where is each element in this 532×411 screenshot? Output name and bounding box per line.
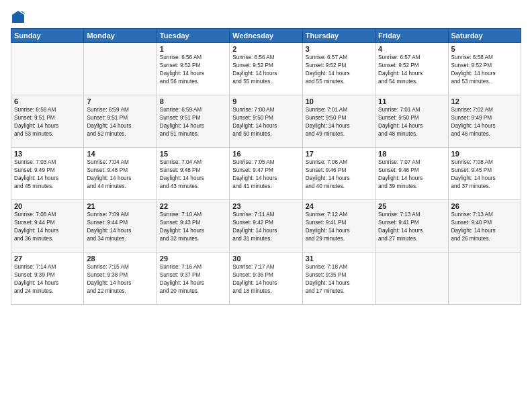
day-number: 22 (160, 202, 226, 210)
day-info: Sunrise: 7:03 AM Sunset: 9:49 PM Dayligh… (14, 158, 81, 191)
calendar-cell: 21Sunrise: 7:09 AM Sunset: 9:44 PM Dayli… (84, 200, 157, 253)
day-number: 26 (451, 202, 518, 210)
weekday-header-row: SundayMondayTuesdayWednesdayThursdayFrid… (11, 29, 521, 43)
day-number: 2 (232, 45, 299, 53)
day-info: Sunrise: 7:11 AM Sunset: 9:42 PM Dayligh… (232, 211, 299, 243)
day-info: Sunrise: 7:15 AM Sunset: 9:38 PM Dayligh… (87, 263, 153, 295)
logo (11, 8, 27, 24)
day-number: 14 (87, 150, 153, 158)
calendar-cell: 12Sunrise: 7:02 AM Sunset: 9:49 PM Dayli… (448, 95, 521, 148)
calendar-cell: 27Sunrise: 7:14 AM Sunset: 9:39 PM Dayli… (11, 253, 84, 305)
day-info: Sunrise: 7:09 AM Sunset: 9:44 PM Dayligh… (87, 211, 153, 243)
day-info: Sunrise: 6:57 AM Sunset: 9:52 PM Dayligh… (378, 54, 445, 86)
calendar-cell: 6Sunrise: 6:58 AM Sunset: 9:51 PM Daylig… (11, 95, 84, 148)
day-number: 28 (87, 255, 153, 263)
calendar-cell: 26Sunrise: 7:13 AM Sunset: 9:40 PM Dayli… (448, 200, 521, 253)
calendar-cell: 29Sunrise: 7:16 AM Sunset: 9:37 PM Dayli… (157, 253, 229, 305)
day-number: 8 (160, 97, 226, 105)
day-number: 5 (451, 45, 518, 53)
calendar-cell: 31Sunrise: 7:18 AM Sunset: 9:35 PM Dayli… (302, 253, 375, 305)
day-number: 7 (87, 97, 153, 105)
day-number: 6 (14, 97, 81, 105)
calendar-cell: 16Sunrise: 7:05 AM Sunset: 9:47 PM Dayli… (230, 148, 302, 200)
calendar-cell: 30Sunrise: 7:17 AM Sunset: 9:36 PM Dayli… (230, 253, 302, 305)
day-number: 25 (378, 202, 445, 210)
day-info: Sunrise: 6:56 AM Sunset: 9:52 PM Dayligh… (160, 54, 226, 86)
weekday-header-sunday: Sunday (11, 29, 84, 43)
calendar-week-row: 6Sunrise: 6:58 AM Sunset: 9:51 PM Daylig… (11, 95, 521, 148)
day-number: 24 (306, 202, 372, 210)
day-info: Sunrise: 6:57 AM Sunset: 9:52 PM Dayligh… (306, 54, 372, 86)
day-info: Sunrise: 7:02 AM Sunset: 9:49 PM Dayligh… (451, 106, 518, 138)
day-info: Sunrise: 7:08 AM Sunset: 9:45 PM Dayligh… (451, 158, 518, 191)
calendar-cell (84, 43, 157, 95)
day-info: Sunrise: 7:14 AM Sunset: 9:39 PM Dayligh… (14, 263, 81, 295)
calendar-cell (11, 43, 84, 95)
day-info: Sunrise: 7:04 AM Sunset: 9:48 PM Dayligh… (160, 158, 226, 191)
day-number: 19 (451, 150, 518, 158)
calendar-cell: 23Sunrise: 7:11 AM Sunset: 9:42 PM Dayli… (230, 200, 302, 253)
calendar-cell: 15Sunrise: 7:04 AM Sunset: 9:48 PM Dayli… (157, 148, 229, 200)
day-info: Sunrise: 6:59 AM Sunset: 9:51 PM Dayligh… (160, 106, 226, 138)
day-number: 23 (232, 202, 299, 210)
day-info: Sunrise: 7:05 AM Sunset: 9:47 PM Dayligh… (232, 158, 299, 191)
calendar-week-row: 1Sunrise: 6:56 AM Sunset: 9:52 PM Daylig… (11, 43, 521, 95)
day-number: 30 (232, 255, 299, 263)
calendar-cell: 2Sunrise: 6:56 AM Sunset: 9:52 PM Daylig… (230, 43, 302, 95)
calendar-cell: 17Sunrise: 7:06 AM Sunset: 9:46 PM Dayli… (302, 148, 375, 200)
day-number: 21 (87, 202, 153, 210)
logo-icon (11, 9, 26, 24)
calendar-cell: 5Sunrise: 6:58 AM Sunset: 9:52 PM Daylig… (448, 43, 521, 95)
calendar-cell: 28Sunrise: 7:15 AM Sunset: 9:38 PM Dayli… (84, 253, 157, 305)
day-number: 4 (378, 45, 445, 53)
day-number: 10 (306, 97, 372, 105)
day-number: 12 (451, 97, 518, 105)
day-info: Sunrise: 7:10 AM Sunset: 9:43 PM Dayligh… (160, 211, 226, 243)
day-info: Sunrise: 7:00 AM Sunset: 9:50 PM Dayligh… (232, 106, 299, 138)
calendar-cell: 25Sunrise: 7:13 AM Sunset: 9:41 PM Dayli… (375, 200, 448, 253)
day-number: 13 (14, 150, 81, 158)
calendar-table: SundayMondayTuesdayWednesdayThursdayFrid… (11, 28, 521, 305)
calendar-cell: 11Sunrise: 7:01 AM Sunset: 9:50 PM Dayli… (375, 95, 448, 148)
calendar-cell: 8Sunrise: 6:59 AM Sunset: 9:51 PM Daylig… (157, 95, 229, 148)
day-info: Sunrise: 7:16 AM Sunset: 9:37 PM Dayligh… (160, 263, 226, 295)
day-number: 29 (160, 255, 226, 263)
day-number: 1 (160, 45, 226, 53)
calendar-cell: 3Sunrise: 6:57 AM Sunset: 9:52 PM Daylig… (302, 43, 375, 95)
day-number: 18 (378, 150, 445, 158)
calendar-cell: 18Sunrise: 7:07 AM Sunset: 9:46 PM Dayli… (375, 148, 448, 200)
calendar-cell: 24Sunrise: 7:12 AM Sunset: 9:41 PM Dayli… (302, 200, 375, 253)
day-number: 17 (306, 150, 372, 158)
calendar-week-row: 20Sunrise: 7:08 AM Sunset: 9:44 PM Dayli… (11, 200, 521, 253)
day-info: Sunrise: 7:07 AM Sunset: 9:46 PM Dayligh… (378, 158, 445, 191)
day-info: Sunrise: 7:12 AM Sunset: 9:41 PM Dayligh… (306, 211, 372, 243)
day-info: Sunrise: 6:59 AM Sunset: 9:51 PM Dayligh… (87, 106, 153, 138)
header (11, 8, 521, 24)
calendar-cell: 1Sunrise: 6:56 AM Sunset: 9:52 PM Daylig… (157, 43, 229, 95)
calendar-week-row: 27Sunrise: 7:14 AM Sunset: 9:39 PM Dayli… (11, 253, 521, 305)
calendar-cell: 20Sunrise: 7:08 AM Sunset: 9:44 PM Dayli… (11, 200, 84, 253)
calendar-cell: 4Sunrise: 6:57 AM Sunset: 9:52 PM Daylig… (375, 43, 448, 95)
calendar-cell: 13Sunrise: 7:03 AM Sunset: 9:49 PM Dayli… (11, 148, 84, 200)
day-info: Sunrise: 6:58 AM Sunset: 9:52 PM Dayligh… (451, 54, 518, 86)
weekday-header-thursday: Thursday (302, 29, 375, 43)
day-number: 9 (232, 97, 299, 105)
day-number: 11 (378, 97, 445, 105)
day-info: Sunrise: 7:17 AM Sunset: 9:36 PM Dayligh… (232, 263, 299, 295)
day-info: Sunrise: 7:13 AM Sunset: 9:41 PM Dayligh… (378, 211, 445, 243)
day-info: Sunrise: 7:04 AM Sunset: 9:48 PM Dayligh… (87, 158, 153, 191)
weekday-header-tuesday: Tuesday (157, 29, 229, 43)
day-number: 15 (160, 150, 226, 158)
page: SundayMondayTuesdayWednesdayThursdayFrid… (0, 0, 532, 411)
weekday-header-monday: Monday (84, 29, 157, 43)
day-number: 31 (306, 255, 372, 263)
day-info: Sunrise: 6:58 AM Sunset: 9:51 PM Dayligh… (14, 106, 81, 138)
calendar-cell: 10Sunrise: 7:01 AM Sunset: 9:50 PM Dayli… (302, 95, 375, 148)
calendar-cell (448, 253, 521, 305)
weekday-header-wednesday: Wednesday (230, 29, 302, 43)
calendar-cell: 7Sunrise: 6:59 AM Sunset: 9:51 PM Daylig… (84, 95, 157, 148)
day-info: Sunrise: 7:13 AM Sunset: 9:40 PM Dayligh… (451, 211, 518, 243)
calendar-cell: 22Sunrise: 7:10 AM Sunset: 9:43 PM Dayli… (157, 200, 229, 253)
weekday-header-friday: Friday (375, 29, 448, 43)
day-info: Sunrise: 7:01 AM Sunset: 9:50 PM Dayligh… (378, 106, 445, 138)
